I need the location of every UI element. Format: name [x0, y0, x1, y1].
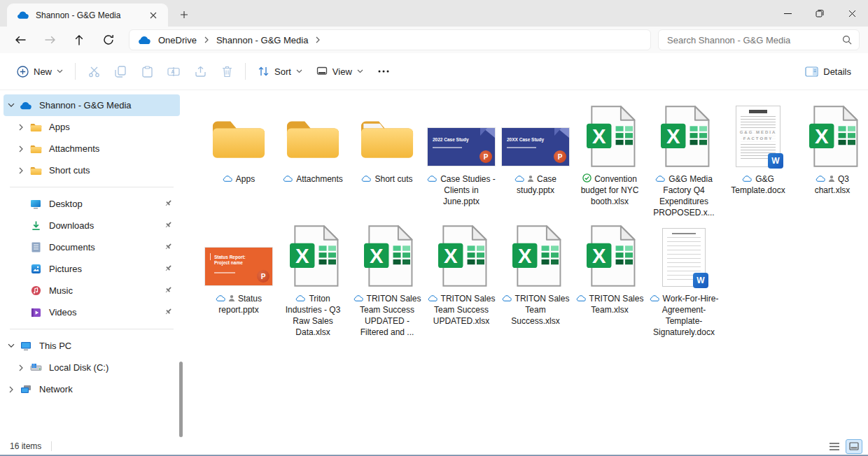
file-name: Apps	[223, 173, 255, 185]
search-input[interactable]	[667, 35, 842, 45]
file-name: G&G Template.docx	[722, 173, 794, 196]
file-tile-case-study[interactable]: 20XX Case StudyP Case study.pptx	[498, 103, 573, 218]
file-tile-gg-media-factory-q4[interactable]: X G&G Media Factory Q4 Expenditures PROP…	[647, 103, 721, 218]
chevron-right-icon[interactable]	[13, 364, 29, 371]
sidebar-item-network[interactable]: Network	[4, 378, 180, 400]
sidebar-item-apps[interactable]: Apps	[4, 116, 180, 138]
sidebar-item-documents[interactable]: Documents	[4, 236, 180, 258]
new-button[interactable]: New	[10, 59, 70, 84]
file-tile-triton-updated[interactable]: X TRITON Sales Team Success UPDATED.xlsx	[424, 222, 498, 338]
sidebar-item-this-pc[interactable]: This PC	[4, 335, 180, 357]
chevron-right-icon[interactable]	[204, 36, 209, 43]
file-name: TRITON Sales Team Success.xlsx	[500, 293, 571, 327]
sidebar-item-downloads[interactable]: Downloads	[4, 215, 180, 236]
status-bar: 16 items	[0, 438, 868, 455]
file-tile-case-studies[interactable]: 2022 Case StudyP Case Studies - Clients …	[424, 103, 498, 218]
chevron-right-icon[interactable]	[315, 36, 321, 43]
sidebar-item-label: Desktop	[49, 199, 83, 209]
svg-text:X: X	[592, 124, 606, 148]
chevron-right-icon[interactable]	[13, 145, 29, 152]
file-name: Case Studies - Clients in June.pptx	[426, 173, 497, 207]
downloads-icon	[29, 220, 43, 231]
sidebar-item-attachments[interactable]: Attachments	[4, 138, 180, 159]
sidebar-item-pictures[interactable]: Pictures	[4, 258, 180, 280]
paste-button[interactable]	[134, 59, 160, 84]
share-button[interactable]	[187, 59, 214, 84]
file-name: Triton Industries - Q3 Raw Sales Data.xl…	[277, 293, 349, 338]
restore-button[interactable]	[804, 0, 836, 27]
pin-icon	[164, 242, 173, 253]
breadcrumb-current-folder[interactable]: Shannon - G&G Media	[215, 34, 310, 46]
file-tile-triton-industries-q3[interactable]: X Triton Industries - Q3 Raw Sales Data.…	[276, 222, 350, 338]
search-box[interactable]	[658, 29, 860, 50]
minimize-button[interactable]	[771, 0, 804, 27]
details-button[interactable]: Details	[798, 59, 858, 84]
explorer-tab[interactable]: Shannon - G&G Media	[7, 3, 168, 27]
sidebar-item-label: Local Disk (C:)	[49, 362, 108, 373]
breadcrumb-onedrive[interactable]: OneDrive	[157, 34, 198, 46]
chevron-down-icon[interactable]	[4, 103, 19, 108]
pin-icon	[164, 220, 173, 231]
file-tile-short-cuts[interactable]: Short cuts	[350, 103, 424, 218]
chevron-right-icon[interactable]	[13, 124, 29, 131]
folder-icon	[210, 103, 267, 167]
cut-button[interactable]	[80, 59, 107, 84]
file-name: Status report.pptx	[203, 293, 274, 315]
sidebar-item-videos[interactable]: Videos	[4, 301, 180, 323]
file-name: G&G Media Factory Q4 Expenditures PROPOS…	[648, 173, 720, 218]
pin-icon	[164, 307, 173, 318]
excel-file-icon: X	[287, 222, 339, 287]
new-tab-button[interactable]	[174, 4, 195, 25]
title-bar: Shannon - G&G Media	[0, 0, 868, 27]
file-tile-triton-team[interactable]: X TRITON Sales Team.xlsx	[573, 222, 647, 338]
chevron-down-icon[interactable]	[4, 343, 19, 348]
svg-text:X: X	[815, 124, 829, 148]
folder-icon	[29, 166, 43, 176]
close-button[interactable]	[836, 0, 868, 27]
more-options-button[interactable]	[370, 59, 397, 84]
file-tile-triton-success[interactable]: X TRITON Sales Team Success.xlsx	[498, 222, 573, 338]
sync-cloud-icon	[742, 175, 752, 183]
file-tile-work-for-hire[interactable]: W Work-For-Hire-Agreement-Template-Signa…	[647, 222, 721, 338]
sync-cloud-icon	[354, 294, 364, 302]
chevron-right-icon[interactable]	[13, 167, 29, 174]
sidebar-item-label: Apps	[49, 122, 70, 132]
copy-button[interactable]	[107, 59, 134, 84]
up-button[interactable]	[64, 28, 94, 52]
file-tile-gg-template[interactable]: G&G MEDIA FACTORYW G&G Template.docx	[721, 103, 795, 218]
forward-button[interactable]	[35, 28, 64, 52]
delete-button[interactable]	[214, 59, 240, 84]
details-view-toggle[interactable]	[826, 439, 843, 454]
view-button[interactable]: View	[309, 59, 370, 84]
sidebar-scrollbar[interactable]	[179, 362, 183, 437]
file-name: Q3 chart.xlsx	[797, 173, 868, 196]
sidebar-item-label: Pictures	[49, 264, 82, 274]
sort-button[interactable]: Sort	[251, 59, 309, 84]
powerpoint-slide-thumbnail: Status Report: Project nameP	[205, 222, 272, 287]
file-tile-status-report[interactable]: Status Report: Project nameP Status repo…	[202, 222, 276, 338]
excel-file-icon: X	[361, 222, 413, 287]
this-pc-icon	[19, 341, 33, 351]
large-icons-view-toggle[interactable]	[846, 439, 862, 454]
sidebar-item-local-disk-c[interactable]: Local Disk (C:)	[4, 357, 180, 378]
tab-close-icon[interactable]	[146, 8, 161, 23]
file-tile-triton-updated-filtered[interactable]: X TRITON Sales Team Success UPDATED - Fi…	[350, 222, 424, 338]
back-button[interactable]	[6, 28, 35, 52]
sidebar-item-music[interactable]: Music	[4, 280, 180, 301]
file-tile-apps[interactable]: Apps	[202, 103, 276, 218]
documents-icon	[29, 242, 43, 252]
sidebar-item-shannon-gg-media[interactable]: Shannon - G&G Media	[4, 94, 180, 116]
sync-cloud-icon	[216, 294, 226, 302]
excel-file-icon: X	[658, 103, 710, 167]
breadcrumb[interactable]: OneDrive Shannon - G&G Media	[129, 29, 651, 50]
file-tile-attachments[interactable]: Attachments	[276, 103, 350, 218]
sidebar-item-desktop[interactable]: Desktop	[4, 193, 180, 215]
search-icon[interactable]	[842, 35, 852, 45]
sidebar-item-short-cuts[interactable]: Short cuts	[4, 159, 180, 181]
toolbar-separator	[75, 63, 76, 80]
refresh-button[interactable]	[94, 28, 123, 52]
file-tile-convention-budget[interactable]: X Convention budget for NYC booth.xlsx	[573, 103, 647, 218]
chevron-right-icon[interactable]	[4, 386, 19, 393]
file-tile-q3-chart[interactable]: X Q3 chart.xlsx	[795, 103, 868, 218]
rename-button[interactable]	[160, 59, 187, 84]
